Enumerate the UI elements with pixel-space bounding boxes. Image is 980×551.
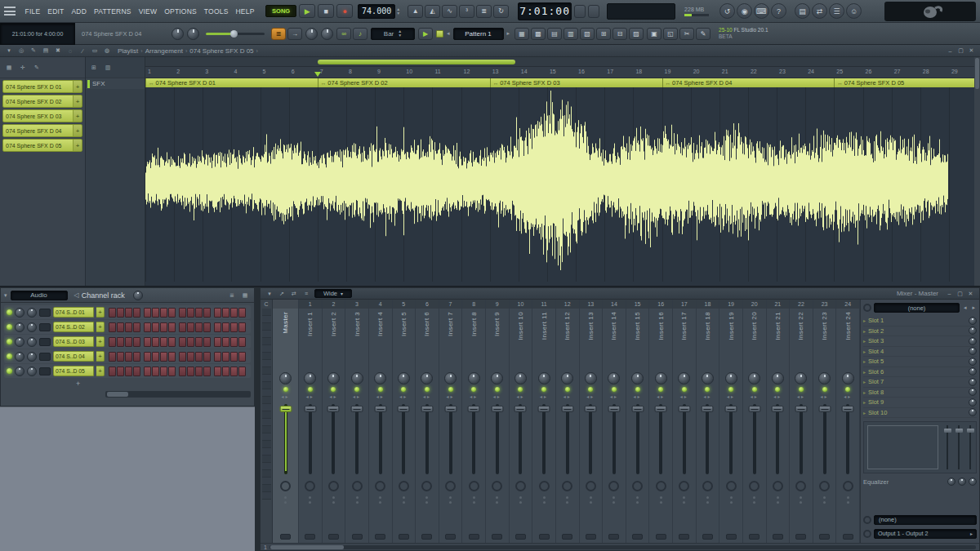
mute-tool-icon[interactable]: ◌ xyxy=(65,47,76,56)
tempo-stepper[interactable]: ▲▼ xyxy=(396,7,400,16)
strip-route-arrows[interactable]: ◂▸ xyxy=(329,393,337,399)
clip-add-button[interactable]: + xyxy=(73,140,82,151)
rack-grid-icon[interactable]: ▦ xyxy=(239,291,251,300)
output-power-icon[interactable] xyxy=(863,530,871,538)
chain-slot-display[interactable]: (none) xyxy=(874,303,960,313)
menu-item-tools[interactable]: TOOLS xyxy=(200,7,232,16)
tempo-control[interactable]: 74.000 ▲▼ xyxy=(358,4,400,19)
clip-source-2[interactable]: 074 Sphere SFX D 02+ xyxy=(2,95,82,108)
mixer-current-strip[interactable]: C xyxy=(261,300,273,543)
strip-record-arm[interactable] xyxy=(795,481,806,491)
step-cell[interactable] xyxy=(168,308,176,318)
step-cell[interactable] xyxy=(125,367,132,376)
strip-fader-handle[interactable] xyxy=(374,406,386,412)
step-cell[interactable] xyxy=(160,352,167,362)
select-tool-icon[interactable]: ▭ xyxy=(89,47,100,56)
channel-volume-knob[interactable] xyxy=(27,367,37,376)
playlist-hscroll[interactable] xyxy=(145,57,980,67)
strip-fx-button[interactable] xyxy=(445,534,456,540)
fx-slot-4[interactable]: ▸Slot 4 xyxy=(863,347,977,358)
strip-enable-led[interactable] xyxy=(378,387,383,392)
step-cell[interactable] xyxy=(168,337,176,347)
strip-fx-button[interactable] xyxy=(608,534,619,540)
channel-volume-knob[interactable] xyxy=(27,337,37,347)
master-volume-slider[interactable] xyxy=(206,28,265,39)
mixer-strip-12[interactable]: 12Insert 12◂▸ xyxy=(556,300,580,543)
strip-fx-button[interactable] xyxy=(492,534,502,540)
channel-target-box[interactable] xyxy=(39,353,51,361)
step-cell[interactable] xyxy=(238,367,246,376)
playlist-close-button[interactable]: ✕ xyxy=(966,47,977,55)
track-header-sfx[interactable]: SFX xyxy=(86,78,145,89)
pencil-tool-icon[interactable]: ✎ xyxy=(28,47,39,56)
mixer-strip-5[interactable]: 5Insert 5◂▸ xyxy=(393,300,416,543)
strip-fader[interactable] xyxy=(813,401,836,478)
menu-item-patterns[interactable]: PATTERNS xyxy=(90,7,135,16)
channel-add-button[interactable]: + xyxy=(96,366,105,376)
channel-target-box[interactable] xyxy=(39,367,51,375)
playlist-clip-4[interactable]: ↔074 Sphere SFX D 04 xyxy=(662,78,835,87)
strip-fx-button[interactable] xyxy=(305,534,315,540)
channel-pan-knob[interactable] xyxy=(15,308,24,318)
strip-fx-button[interactable] xyxy=(656,534,666,540)
strip-pan-knob[interactable] xyxy=(818,372,831,384)
mixer-hscroll-handle[interactable] xyxy=(270,545,344,549)
play-button[interactable]: ▶ xyxy=(299,4,315,18)
strip-fader-handle[interactable] xyxy=(818,406,831,412)
step-cell[interactable] xyxy=(222,322,229,332)
strip-fader-handle[interactable] xyxy=(421,406,433,412)
strip-fader[interactable] xyxy=(323,401,345,478)
strip-enable-led[interactable] xyxy=(331,387,336,392)
strip-pan-knob[interactable] xyxy=(655,372,667,384)
strip-pan-knob[interactable] xyxy=(327,372,340,384)
slot-mix-knob[interactable] xyxy=(969,367,977,375)
channel-target-box[interactable] xyxy=(39,309,51,317)
step-cell[interactable] xyxy=(168,352,176,362)
step-cell[interactable] xyxy=(133,308,140,318)
pattern-display[interactable]: Pattern 1 xyxy=(453,28,504,40)
fx-slot-8[interactable]: ▸Slot 8 xyxy=(863,388,977,398)
strip-fader[interactable] xyxy=(439,401,462,478)
strip-record-arm[interactable] xyxy=(328,481,339,491)
main-pitch-knob[interactable] xyxy=(172,28,184,40)
strip-enable-led[interactable] xyxy=(845,387,850,392)
multilink-icon[interactable]: ⇄ xyxy=(812,3,827,19)
strip-fader[interactable] xyxy=(273,401,298,478)
strip-fx-button[interactable] xyxy=(280,534,291,540)
strip-fader-handle[interactable] xyxy=(468,406,480,412)
strip-fader[interactable] xyxy=(510,401,532,478)
typing-keyboard-icon[interactable]: ⌨ xyxy=(754,3,769,19)
step-cell[interactable] xyxy=(179,367,186,376)
step-cell[interactable] xyxy=(195,322,203,332)
pattern-selector[interactable]: ◂ Pattern 1 ▸ xyxy=(436,28,511,40)
strip-fader-handle[interactable] xyxy=(398,406,410,412)
link-controller-icon[interactable]: ∞ xyxy=(336,28,351,40)
strip-record-arm[interactable] xyxy=(515,481,526,491)
step-cell[interactable] xyxy=(214,367,221,376)
strip-fader[interactable] xyxy=(532,401,555,478)
slot-mix-knob[interactable] xyxy=(969,327,977,335)
step-cell[interactable] xyxy=(133,352,140,362)
menu-item-file[interactable]: FILE xyxy=(21,7,44,16)
strip-fader[interactable] xyxy=(416,401,439,478)
step-cell[interactable] xyxy=(222,337,229,347)
mixer-strip-14[interactable]: 14Insert 14◂▸ xyxy=(603,300,626,543)
clip-source-3[interactable]: 074 Sphere SFX D 03+ xyxy=(2,109,82,122)
mixer-maximize-button[interactable]: ▢ xyxy=(955,290,965,298)
strip-fx-button[interactable] xyxy=(795,534,806,540)
strip-fader-handle[interactable] xyxy=(279,406,292,412)
step-cell[interactable] xyxy=(203,337,211,347)
copy-icon[interactable]: ▣ xyxy=(647,28,662,40)
mixer-hscroll[interactable]: 1 xyxy=(261,543,979,550)
strip-fader-handle[interactable] xyxy=(702,406,714,412)
step-cell[interactable] xyxy=(187,308,194,318)
strip-enable-led[interactable] xyxy=(401,387,406,392)
metronome-sound-icon[interactable]: ♪ xyxy=(353,28,368,40)
step-edit-button[interactable]: → xyxy=(287,28,302,40)
strip-pan-knob[interactable] xyxy=(585,372,597,384)
channel-led[interactable] xyxy=(7,324,12,330)
strip-fader-handle[interactable] xyxy=(514,406,527,412)
mixer-strip-7[interactable]: 7Insert 7◂▸ xyxy=(439,300,463,543)
strip-fx-button[interactable] xyxy=(515,534,526,540)
mixer-strip-23[interactable]: 23Insert 23◂▸ xyxy=(813,300,837,543)
